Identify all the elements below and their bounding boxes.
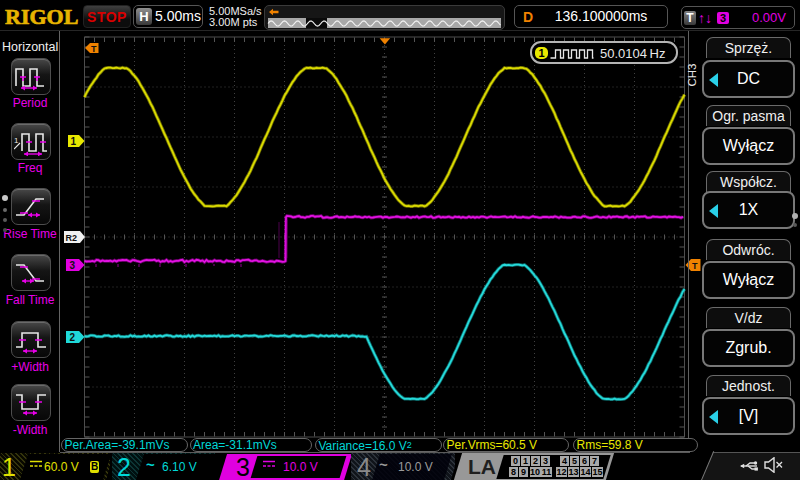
svg-text:R2: R2	[66, 233, 78, 243]
svg-text:2: 2	[70, 332, 76, 343]
svg-text:1: 1	[71, 136, 77, 147]
svg-text:1: 1	[14, 136, 19, 145]
svg-text:3: 3	[70, 260, 76, 271]
svg-text:T: T	[91, 44, 97, 54]
svg-text:T: T	[692, 261, 698, 271]
